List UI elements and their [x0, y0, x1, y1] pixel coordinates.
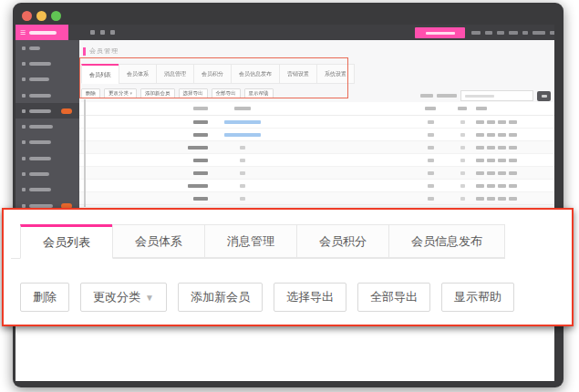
sidebar-menu-item[interactable]	[16, 103, 79, 119]
tab-system-settings[interactable]: 系统设置	[316, 64, 355, 84]
row-action-link[interactable]	[487, 184, 495, 188]
cell-contact-link[interactable]	[240, 171, 245, 175]
tab-member-info-publish[interactable]: 会员信息发布	[388, 224, 505, 258]
table-row[interactable]	[79, 141, 554, 154]
row-action-link[interactable]	[476, 146, 484, 150]
sidebar-menu-item[interactable]	[16, 72, 79, 88]
tab-message-management[interactable]: 消息管理	[156, 64, 194, 84]
change-category-button[interactable]: 更改分类 ▾	[104, 88, 137, 98]
close-window-button[interactable]	[22, 11, 32, 21]
row-action-link[interactable]	[487, 146, 495, 150]
top-nav-menu-item[interactable]	[471, 31, 481, 35]
row-action-link[interactable]	[487, 197, 495, 201]
mini-toolbar: 删除 更改分类 ▾ 添加新会员 选择导出 全部导出 显示帮助	[81, 88, 274, 98]
export-selected-button[interactable]: 选择导出	[274, 283, 346, 312]
row-action-link[interactable]	[498, 120, 506, 124]
sidebar-menu-item[interactable]	[16, 88, 79, 103]
cell-contact-link[interactable]	[224, 120, 261, 124]
table-row[interactable]	[79, 129, 554, 141]
row-action-link[interactable]	[509, 146, 517, 150]
cell-contact-link[interactable]	[240, 184, 245, 188]
row-checkbox[interactable]	[84, 190, 86, 207]
row-action-link[interactable]	[498, 184, 506, 188]
top-nav-menu-item[interactable]	[485, 31, 492, 35]
tab-member-system[interactable]: 会员体系	[119, 64, 157, 84]
cell-points	[193, 120, 208, 124]
nav-refresh-icon[interactable]	[90, 30, 95, 35]
row-action-link[interactable]	[509, 197, 517, 201]
table-row[interactable]	[79, 192, 554, 205]
tab-marketing-settings[interactable]: 营销设置	[279, 64, 317, 84]
tab-message-management[interactable]: 消息管理	[204, 224, 297, 258]
minimize-window-button[interactable]	[36, 11, 47, 21]
search-button[interactable]	[537, 91, 551, 101]
show-help-button[interactable]: 显示帮助	[244, 88, 274, 98]
row-action-link[interactable]	[509, 159, 517, 162]
export-all-button[interactable]: 全部导出	[212, 88, 241, 98]
row-action-link[interactable]	[476, 159, 484, 162]
row-action-link[interactable]	[476, 120, 484, 124]
sidebar-menu-item[interactable]	[16, 40, 79, 56]
row-action-link[interactable]	[509, 184, 517, 188]
cell-contact-link[interactable]	[240, 197, 245, 201]
browser-window: ☰	[13, 3, 563, 387]
tab-member-points[interactable]: 会员积分	[193, 64, 232, 84]
add-member-button[interactable]: 添加新会员	[178, 283, 263, 312]
export-all-button[interactable]: 全部导出	[357, 283, 430, 312]
row-action-link[interactable]	[487, 171, 495, 175]
row-action-link[interactable]	[487, 120, 495, 124]
brand-logo[interactable]: ☰	[16, 25, 68, 40]
table-row[interactable]	[79, 116, 554, 129]
show-help-button[interactable]: 显示帮助	[441, 283, 514, 312]
sidebar-menu-item[interactable]	[16, 135, 79, 150]
nav-link-icon[interactable]	[110, 30, 115, 35]
cell-contact-link[interactable]	[240, 159, 245, 162]
nav-more-icon[interactable]	[100, 30, 105, 35]
row-action-link[interactable]	[498, 159, 506, 162]
row-action-link[interactable]	[476, 171, 484, 175]
top-nav-menu-item[interactable]	[550, 31, 554, 35]
tab-member-list[interactable]: 会员列表	[20, 224, 113, 259]
window-titlebar[interactable]	[13, 3, 563, 25]
sidebar-menu-item[interactable]	[16, 182, 79, 198]
sidebar-menu-item[interactable]	[16, 150, 79, 166]
row-action-link[interactable]	[476, 184, 484, 188]
export-selected-button[interactable]: 选择导出	[179, 88, 208, 98]
row-action-link[interactable]	[487, 159, 495, 162]
change-category-button[interactable]: 更改分类▼	[80, 283, 167, 312]
table-row[interactable]	[79, 154, 554, 167]
tab-member-info-publish[interactable]: 会员信息发布	[231, 64, 280, 84]
top-nav-menu-item[interactable]	[509, 31, 518, 35]
sidebar-menu-item[interactable]	[16, 166, 79, 181]
sidebar-menu-item[interactable]	[16, 56, 79, 71]
tab-member-points[interactable]: 会员积分	[296, 224, 389, 258]
delete-button[interactable]: 删除	[81, 88, 100, 98]
maximize-window-button[interactable]	[51, 11, 61, 21]
top-nav-menu-item[interactable]	[532, 31, 545, 35]
add-member-button[interactable]: 添加新会员	[140, 88, 175, 98]
sidebar-menu-item[interactable]	[16, 119, 79, 134]
tab-member-list[interactable]: 会员列表	[81, 64, 119, 84]
cell-status	[460, 197, 465, 201]
cell-contact-link[interactable]	[224, 133, 261, 137]
search-input[interactable]	[460, 90, 533, 101]
row-action-link[interactable]	[476, 133, 484, 137]
top-nav-menu-item[interactable]	[497, 31, 504, 35]
row-action-link[interactable]	[498, 171, 506, 175]
row-action-link[interactable]	[487, 133, 495, 137]
top-nav-menu-item[interactable]	[522, 31, 528, 35]
row-action-link[interactable]	[509, 133, 517, 137]
table-row[interactable]	[79, 180, 554, 192]
tab-member-system[interactable]: 会员体系	[112, 224, 205, 258]
row-action-link[interactable]	[498, 197, 506, 201]
row-action-link[interactable]	[498, 133, 506, 137]
delete-button[interactable]: 删除	[20, 283, 69, 312]
row-action-link[interactable]	[476, 197, 484, 201]
table-row[interactable]	[79, 167, 554, 180]
row-action-link[interactable]	[509, 171, 517, 175]
col-count	[425, 107, 436, 110]
account-pill-button[interactable]	[415, 27, 465, 38]
row-action-link[interactable]	[498, 146, 506, 150]
cell-contact-link[interactable]	[240, 146, 245, 150]
row-action-link[interactable]	[509, 120, 517, 124]
